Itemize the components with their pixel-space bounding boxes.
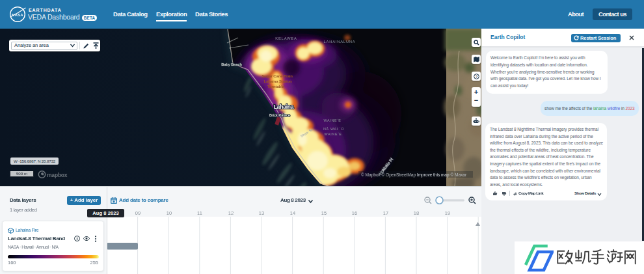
svg-text:10: 10 xyxy=(167,210,172,216)
svg-text:Brick Palace: Brick Palace xyxy=(269,113,291,117)
svg-text:Lahaina Station: Lahaina Station xyxy=(263,79,292,83)
svg-text:WAINEʻE: WAINEʻE xyxy=(323,118,341,122)
svg-text:LAHAINALUNA: LAHAINALUNA xyxy=(323,40,355,44)
svg-text:15: 15 xyxy=(321,210,327,216)
svg-text:09: 09 xyxy=(135,210,141,216)
svg-text:11: 11 xyxy=(197,210,202,216)
svg-text:NĀ WAI ʻO: NĀ WAI ʻO xyxy=(323,127,344,131)
svg-text:16: 16 xyxy=(352,210,357,216)
svg-text:14: 14 xyxy=(290,210,295,216)
svg-text:Turntable: Turntable xyxy=(267,85,285,89)
svg-text:13: 13 xyxy=(259,210,264,216)
svg-text:18: 18 xyxy=(414,210,419,216)
svg-text:KELAWEA: KELAWEA xyxy=(275,36,297,40)
svg-text:12: 12 xyxy=(228,210,234,216)
svg-text:© Mapbox © OpenStreetMap Impro: © Mapbox © OpenStreetMap Improve this ma… xyxy=(361,172,467,178)
svg-text:WAINEʻE: WAINEʻE xyxy=(324,132,342,136)
svg-text:mapbox: mapbox xyxy=(47,172,68,178)
svg-text:?: ? xyxy=(475,74,477,78)
svg-text:17: 17 xyxy=(383,210,388,216)
svg-text:NASA: NASA xyxy=(12,13,23,17)
svg-text:Sugar Cane Train: Sugar Cane Train xyxy=(262,74,293,78)
svg-text:19: 19 xyxy=(445,210,450,216)
svg-text:Baby Beach: Baby Beach xyxy=(221,62,241,66)
svg-text:Lahaina: Lahaina xyxy=(274,103,294,110)
